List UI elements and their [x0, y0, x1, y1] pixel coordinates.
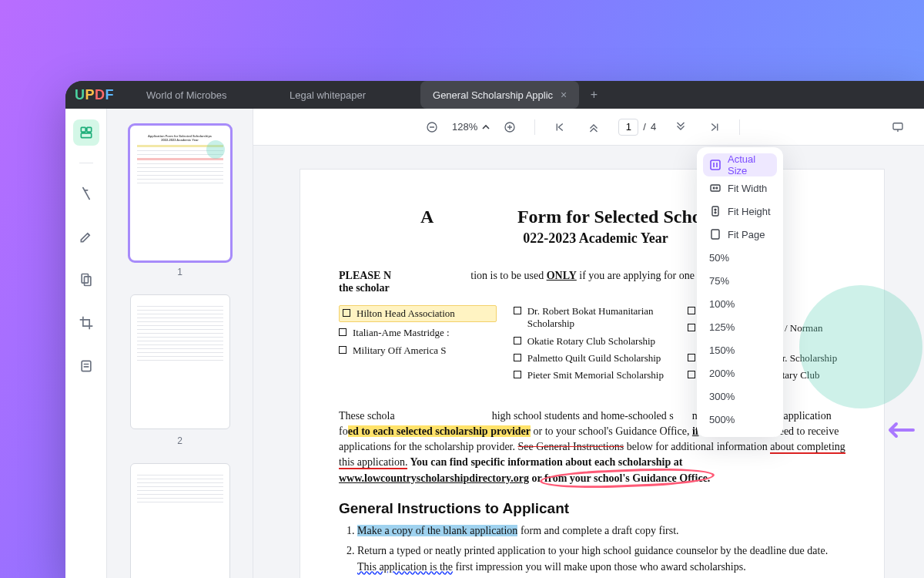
thumbnail-label: 2: [177, 435, 182, 446]
zoom-item-75[interactable]: 75%: [703, 269, 777, 292]
svg-rect-0: [81, 127, 85, 132]
close-tab-icon[interactable]: ×: [561, 89, 567, 101]
tab-general-scholarship[interactable]: General Scholarship Applic ×: [420, 81, 579, 109]
fit-page-icon: [709, 228, 721, 240]
svg-rect-1: [86, 127, 91, 132]
tab-label: World of Microbes: [146, 89, 227, 101]
go-first-icon: [553, 120, 567, 134]
crop-rail-button[interactable]: [73, 310, 99, 336]
section-heading-instructions: General Instructions to Applicant: [339, 500, 845, 517]
zoom-item-200[interactable]: 200%: [703, 361, 777, 385]
zoom-dropdown-button[interactable]: 128%: [449, 121, 493, 133]
checkbox-icon: [339, 328, 346, 336]
zoom-item-label: 50%: [709, 252, 729, 264]
zoom-item-fit-page[interactable]: Fit Page: [703, 223, 777, 246]
app-window: UPDF World of Microbes Legal whitepaper …: [65, 81, 924, 578]
checkbox-icon: [688, 371, 695, 378]
checkbox-icon: [339, 346, 346, 354]
checkbox-icon: [688, 354, 695, 361]
crop-icon: [79, 315, 94, 331]
fit-width-icon: [709, 182, 721, 194]
zoom-item-label: Fit Height: [728, 206, 771, 217]
svg-rect-9: [711, 160, 720, 170]
zoom-item-label: 75%: [709, 275, 729, 287]
scholarship-name: Hilton Head Association: [357, 307, 455, 320]
zoom-item-300[interactable]: 300%: [703, 385, 777, 408]
zoom-item-100[interactable]: 100%: [703, 292, 777, 315]
fit-height-icon: [709, 205, 721, 217]
add-tab-button[interactable]: +: [584, 85, 604, 105]
checkbox-icon: [343, 309, 350, 317]
highlight-annotation[interactable]: ed to each selected scholarship provider: [348, 425, 531, 437]
thumbnails-rail-button[interactable]: [73, 119, 99, 146]
checkbox-icon: [514, 354, 521, 361]
edit-rail-button[interactable]: [73, 223, 99, 250]
tab-bar: UPDF World of Microbes Legal whitepaper …: [65, 81, 924, 109]
tab-legal-whitepaper[interactable]: Legal whitepaper: [277, 81, 416, 109]
last-page-button[interactable]: [705, 118, 724, 136]
page-total: 4: [651, 121, 656, 133]
next-page-button[interactable]: [671, 118, 690, 136]
zoom-item-label: 125%: [709, 321, 735, 333]
tab-label: Legal whitepaper: [290, 89, 366, 101]
scholarship-name: Dr. Robert Bokat Humanitarian Scholarshi…: [527, 305, 671, 331]
presentation-icon: [891, 120, 905, 134]
zoom-item-150[interactable]: 150%: [703, 338, 777, 361]
scholarship-checkbox-row[interactable]: Military Off America S: [339, 344, 497, 357]
scholarship-name: Palmetto Quilt Guild Scholarship: [527, 352, 661, 365]
chevron-down-double-icon: [674, 120, 688, 134]
scholarship-checkbox-row[interactable]: Pieter Smit Memorial Scholarship: [514, 369, 671, 381]
zoom-controls: 128%: [423, 118, 519, 136]
toolbar-separator: [739, 119, 740, 135]
prev-page-button[interactable]: [584, 118, 603, 136]
thumbnail-page-2[interactable]: [130, 294, 230, 429]
scholarship-name: Okatie Rotary Club Scholarship: [527, 335, 655, 348]
scholarship-name: Italian-Ame Mastridge :: [353, 327, 450, 339]
page-scroll[interactable]: Application Form for Selected Scholarshi…: [253, 146, 924, 578]
underline-annotation[interactable]: This application is the: [357, 561, 453, 573]
zoom-item-actual-size[interactable]: Actual Size: [703, 153, 777, 176]
svg-rect-2: [81, 133, 91, 138]
forms-rail-button[interactable]: [73, 353, 99, 379]
form-icon: [79, 358, 94, 374]
scholarship-checkbox-row[interactable]: Dr. Robert Bokat Humanitarian Scholarshi…: [514, 305, 671, 331]
thumbnail-page-3[interactable]: [130, 463, 230, 578]
annotation-circle-icon: [206, 140, 225, 159]
presentation-button[interactable]: [889, 118, 907, 136]
comment-rail-button[interactable]: [73, 180, 99, 207]
zoom-in-button[interactable]: [500, 118, 519, 136]
checkbox-icon: [688, 324, 695, 331]
highlight-annotation[interactable]: Make a copy of the blank application: [357, 525, 517, 536]
zoom-value: 128%: [452, 121, 477, 133]
arrow-annotation[interactable]: [884, 420, 915, 443]
zoom-item-500[interactable]: 500%: [703, 408, 777, 431]
circle-annotation[interactable]: from your school's Guidance Office.: [544, 472, 710, 484]
zoom-out-button[interactable]: [423, 118, 441, 136]
zoom-item-fit-height[interactable]: Fit Height: [703, 200, 777, 223]
zoom-item-50[interactable]: 50%: [703, 246, 777, 269]
main-panel: 128% / 4: [253, 109, 924, 578]
pages-rail-button[interactable]: [73, 267, 99, 293]
thumbnail-label: 1: [177, 267, 182, 277]
chevron-up-icon: [482, 123, 490, 131]
pdf-page: Application Form for Selected Scholarshi…: [300, 169, 885, 578]
tab-world-of-microbes[interactable]: World of Microbes: [134, 81, 273, 109]
strikeout-annotation[interactable]: See General Instructions: [518, 441, 624, 452]
scholarship-checkbox-row[interactable]: Okatie Rotary Club Scholarship: [514, 335, 671, 348]
pages-icon: [79, 272, 94, 287]
scholarship-checkbox-row[interactable]: Hilton Head Association: [339, 305, 497, 322]
scholarship-checkbox-row[interactable]: Palmetto Quilt Guild Scholarship: [514, 352, 671, 365]
page-input[interactable]: [618, 119, 638, 136]
thumbnails-icon: [79, 125, 94, 140]
first-page-button[interactable]: [551, 118, 569, 136]
edit-icon: [79, 229, 94, 244]
thumbnail-page-1[interactable]: Application Form for Selected Scholarshi…: [130, 126, 230, 260]
zoom-item-fit-width[interactable]: Fit Width: [703, 176, 777, 200]
zoom-item-label: 200%: [709, 368, 735, 379]
plus-circle-icon: [503, 120, 517, 134]
zoom-item-125[interactable]: 125%: [703, 315, 777, 338]
zoom-item-label: Fit Page: [728, 229, 765, 240]
scholarship-checkbox-row[interactable]: Italian-Ame Mastridge :: [339, 327, 497, 339]
svg-rect-12: [711, 230, 719, 239]
list-item: Return a typed or neatly printed applica…: [357, 543, 845, 575]
